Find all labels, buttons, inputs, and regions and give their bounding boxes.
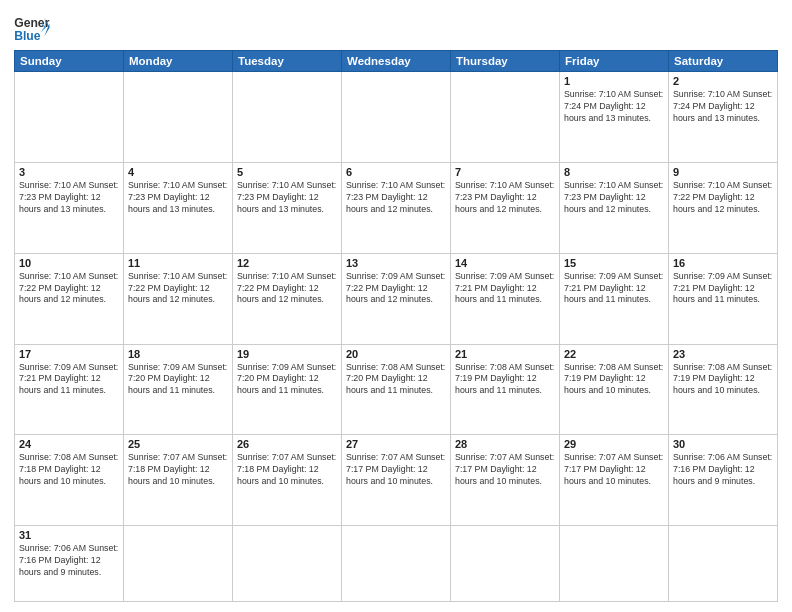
day-number: 23: [673, 348, 773, 360]
day-number: 20: [346, 348, 446, 360]
day-number: 8: [564, 166, 664, 178]
calendar-cell: 21Sunrise: 7:08 AM Sunset: 7:19 PM Dayli…: [451, 344, 560, 435]
logo: General Blue: [14, 14, 50, 44]
calendar-cell: 14Sunrise: 7:09 AM Sunset: 7:21 PM Dayli…: [451, 253, 560, 344]
calendar-cell: [124, 72, 233, 163]
calendar-cell: 12Sunrise: 7:10 AM Sunset: 7:22 PM Dayli…: [233, 253, 342, 344]
day-info: Sunrise: 7:09 AM Sunset: 7:21 PM Dayligh…: [564, 271, 664, 307]
day-info: Sunrise: 7:10 AM Sunset: 7:23 PM Dayligh…: [346, 180, 446, 216]
day-info: Sunrise: 7:10 AM Sunset: 7:22 PM Dayligh…: [673, 180, 773, 216]
calendar-cell: 4Sunrise: 7:10 AM Sunset: 7:23 PM Daylig…: [124, 162, 233, 253]
weekday-header-saturday: Saturday: [669, 51, 778, 72]
day-info: Sunrise: 7:08 AM Sunset: 7:20 PM Dayligh…: [346, 362, 446, 398]
page: General Blue SundayMondayTuesdayWednesda…: [0, 0, 792, 612]
calendar-cell: 26Sunrise: 7:07 AM Sunset: 7:18 PM Dayli…: [233, 435, 342, 526]
day-number: 31: [19, 529, 119, 541]
day-info: Sunrise: 7:07 AM Sunset: 7:17 PM Dayligh…: [455, 452, 555, 488]
calendar-cell: 19Sunrise: 7:09 AM Sunset: 7:20 PM Dayli…: [233, 344, 342, 435]
day-info: Sunrise: 7:09 AM Sunset: 7:21 PM Dayligh…: [19, 362, 119, 398]
weekday-header-friday: Friday: [560, 51, 669, 72]
calendar-cell: [233, 72, 342, 163]
day-number: 9: [673, 166, 773, 178]
calendar-cell: 20Sunrise: 7:08 AM Sunset: 7:20 PM Dayli…: [342, 344, 451, 435]
calendar-table: SundayMondayTuesdayWednesdayThursdayFrid…: [14, 50, 778, 602]
calendar-cell: 29Sunrise: 7:07 AM Sunset: 7:17 PM Dayli…: [560, 435, 669, 526]
day-info: Sunrise: 7:07 AM Sunset: 7:18 PM Dayligh…: [237, 452, 337, 488]
calendar-cell: 23Sunrise: 7:08 AM Sunset: 7:19 PM Dayli…: [669, 344, 778, 435]
weekday-header-tuesday: Tuesday: [233, 51, 342, 72]
calendar-cell: 15Sunrise: 7:09 AM Sunset: 7:21 PM Dayli…: [560, 253, 669, 344]
day-info: Sunrise: 7:10 AM Sunset: 7:23 PM Dayligh…: [237, 180, 337, 216]
day-info: Sunrise: 7:06 AM Sunset: 7:16 PM Dayligh…: [19, 543, 119, 579]
day-info: Sunrise: 7:07 AM Sunset: 7:18 PM Dayligh…: [128, 452, 228, 488]
calendar-cell: [342, 526, 451, 602]
day-info: Sunrise: 7:09 AM Sunset: 7:21 PM Dayligh…: [673, 271, 773, 307]
day-number: 2: [673, 75, 773, 87]
calendar-cell: 11Sunrise: 7:10 AM Sunset: 7:22 PM Dayli…: [124, 253, 233, 344]
day-number: 27: [346, 438, 446, 450]
day-number: 4: [128, 166, 228, 178]
day-info: Sunrise: 7:10 AM Sunset: 7:23 PM Dayligh…: [19, 180, 119, 216]
weekday-header-monday: Monday: [124, 51, 233, 72]
calendar-cell: 25Sunrise: 7:07 AM Sunset: 7:18 PM Dayli…: [124, 435, 233, 526]
calendar-cell: 18Sunrise: 7:09 AM Sunset: 7:20 PM Dayli…: [124, 344, 233, 435]
calendar-cell: 7Sunrise: 7:10 AM Sunset: 7:23 PM Daylig…: [451, 162, 560, 253]
day-number: 6: [346, 166, 446, 178]
day-number: 18: [128, 348, 228, 360]
calendar-cell: 2Sunrise: 7:10 AM Sunset: 7:24 PM Daylig…: [669, 72, 778, 163]
calendar-cell: 30Sunrise: 7:06 AM Sunset: 7:16 PM Dayli…: [669, 435, 778, 526]
day-info: Sunrise: 7:09 AM Sunset: 7:20 PM Dayligh…: [237, 362, 337, 398]
svg-text:Blue: Blue: [14, 29, 41, 43]
weekday-header-sunday: Sunday: [15, 51, 124, 72]
day-info: Sunrise: 7:06 AM Sunset: 7:16 PM Dayligh…: [673, 452, 773, 488]
calendar-cell: [15, 72, 124, 163]
day-number: 15: [564, 257, 664, 269]
calendar-cell: 16Sunrise: 7:09 AM Sunset: 7:21 PM Dayli…: [669, 253, 778, 344]
day-info: Sunrise: 7:10 AM Sunset: 7:22 PM Dayligh…: [128, 271, 228, 307]
calendar-cell: 27Sunrise: 7:07 AM Sunset: 7:17 PM Dayli…: [342, 435, 451, 526]
weekday-header-thursday: Thursday: [451, 51, 560, 72]
day-info: Sunrise: 7:10 AM Sunset: 7:23 PM Dayligh…: [128, 180, 228, 216]
calendar-cell: 5Sunrise: 7:10 AM Sunset: 7:23 PM Daylig…: [233, 162, 342, 253]
day-number: 11: [128, 257, 228, 269]
day-number: 16: [673, 257, 773, 269]
day-info: Sunrise: 7:07 AM Sunset: 7:17 PM Dayligh…: [346, 452, 446, 488]
calendar-cell: 31Sunrise: 7:06 AM Sunset: 7:16 PM Dayli…: [15, 526, 124, 602]
day-number: 26: [237, 438, 337, 450]
day-info: Sunrise: 7:07 AM Sunset: 7:17 PM Dayligh…: [564, 452, 664, 488]
day-number: 5: [237, 166, 337, 178]
calendar-cell: [451, 72, 560, 163]
header: General Blue: [14, 10, 778, 44]
generalblue-logo-icon: General Blue: [14, 14, 50, 44]
day-number: 1: [564, 75, 664, 87]
calendar-cell: 6Sunrise: 7:10 AM Sunset: 7:23 PM Daylig…: [342, 162, 451, 253]
day-number: 25: [128, 438, 228, 450]
day-info: Sunrise: 7:09 AM Sunset: 7:21 PM Dayligh…: [455, 271, 555, 307]
day-number: 13: [346, 257, 446, 269]
calendar-cell: 1Sunrise: 7:10 AM Sunset: 7:24 PM Daylig…: [560, 72, 669, 163]
day-number: 7: [455, 166, 555, 178]
calendar-cell: [124, 526, 233, 602]
day-info: Sunrise: 7:08 AM Sunset: 7:19 PM Dayligh…: [564, 362, 664, 398]
day-info: Sunrise: 7:10 AM Sunset: 7:23 PM Dayligh…: [564, 180, 664, 216]
calendar-cell: 22Sunrise: 7:08 AM Sunset: 7:19 PM Dayli…: [560, 344, 669, 435]
day-number: 3: [19, 166, 119, 178]
calendar-cell: 24Sunrise: 7:08 AM Sunset: 7:18 PM Dayli…: [15, 435, 124, 526]
day-number: 28: [455, 438, 555, 450]
calendar-cell: [233, 526, 342, 602]
day-info: Sunrise: 7:10 AM Sunset: 7:24 PM Dayligh…: [564, 89, 664, 125]
day-number: 17: [19, 348, 119, 360]
day-info: Sunrise: 7:10 AM Sunset: 7:24 PM Dayligh…: [673, 89, 773, 125]
day-number: 12: [237, 257, 337, 269]
calendar-cell: 28Sunrise: 7:07 AM Sunset: 7:17 PM Dayli…: [451, 435, 560, 526]
calendar-cell: [342, 72, 451, 163]
calendar-cell: 17Sunrise: 7:09 AM Sunset: 7:21 PM Dayli…: [15, 344, 124, 435]
day-number: 14: [455, 257, 555, 269]
day-info: Sunrise: 7:09 AM Sunset: 7:22 PM Dayligh…: [346, 271, 446, 307]
day-number: 10: [19, 257, 119, 269]
calendar-cell: 13Sunrise: 7:09 AM Sunset: 7:22 PM Dayli…: [342, 253, 451, 344]
day-info: Sunrise: 7:10 AM Sunset: 7:23 PM Dayligh…: [455, 180, 555, 216]
day-number: 19: [237, 348, 337, 360]
calendar-cell: [560, 526, 669, 602]
calendar-cell: 8Sunrise: 7:10 AM Sunset: 7:23 PM Daylig…: [560, 162, 669, 253]
